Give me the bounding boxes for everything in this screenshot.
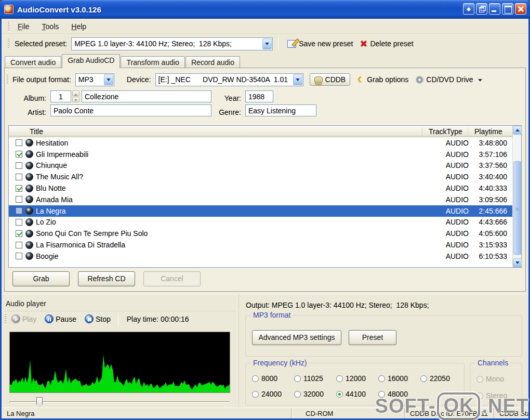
radio-icon[interactable] bbox=[378, 375, 385, 382]
slider-thumb[interactable] bbox=[36, 397, 43, 408]
tab-transform-audio[interactable]: Transform audio bbox=[121, 56, 184, 68]
toolbar-grip[interactable] bbox=[5, 314, 6, 324]
save-new-preset-button[interactable]: Save new preset bbox=[284, 37, 356, 50]
minimize-button[interactable] bbox=[489, 3, 500, 15]
toolbar-grip[interactable] bbox=[8, 38, 9, 49]
advanced-mp3-settings-button[interactable]: Advanced MP3 settings bbox=[252, 330, 341, 345]
table-row[interactable]: Blu Notte AUDIO 4:40:333 bbox=[9, 182, 512, 194]
chevron-down-icon[interactable] bbox=[262, 38, 272, 49]
preset-button[interactable]: Preset bbox=[349, 330, 396, 345]
menu-tools[interactable]: Tools bbox=[36, 20, 65, 33]
pause-label: Pause bbox=[56, 315, 76, 323]
album-number-field[interactable]: 1 bbox=[50, 90, 71, 102]
column-tracktype[interactable]: TrackType bbox=[422, 127, 468, 136]
genre-field[interactable]: Easy Listening bbox=[245, 104, 316, 116]
radio-label: Mono bbox=[486, 375, 504, 383]
frequency-radio-8000[interactable]: 8000 bbox=[252, 371, 294, 386]
scrollbar-thumb[interactable] bbox=[513, 161, 521, 255]
stop-button[interactable]: Stop bbox=[82, 313, 114, 324]
table-row[interactable]: La Fisarmonica Di Stradella AUDIO 3:15:9… bbox=[9, 239, 512, 251]
scroll-down-icon[interactable] bbox=[513, 258, 522, 267]
cd-dvd-drive-button[interactable]: CD/DVD Drive bbox=[412, 73, 485, 86]
maximize-button[interactable] bbox=[502, 3, 513, 15]
frequency-radio-12000[interactable]: 12000 bbox=[336, 371, 378, 386]
track-checkbox[interactable] bbox=[16, 230, 22, 237]
delete-preset-button[interactable]: Delete preset bbox=[356, 37, 417, 50]
year-field[interactable]: 1988 bbox=[245, 90, 273, 102]
radio-icon[interactable] bbox=[336, 391, 343, 398]
table-row[interactable]: The Music All? AUDIO 3:40:400 bbox=[9, 171, 512, 182]
radio-icon[interactable] bbox=[420, 375, 427, 382]
frequency-radio-22050[interactable]: 22050 bbox=[420, 371, 462, 386]
table-row[interactable]: Hesitation AUDIO 3:48:800 bbox=[9, 137, 512, 149]
toolbar-grip[interactable] bbox=[7, 74, 8, 85]
tab-convert-audio[interactable]: Convert audio bbox=[5, 56, 61, 68]
rollup-button[interactable] bbox=[463, 3, 474, 15]
toolbar-separator bbox=[118, 313, 118, 325]
refresh-cd-button[interactable]: Refresh CD bbox=[78, 271, 135, 286]
table-row[interactable]: La Negra AUDIO 2:45:666 bbox=[9, 205, 512, 217]
column-title[interactable]: Title bbox=[9, 127, 422, 136]
radio-icon[interactable] bbox=[252, 391, 259, 398]
column-playtime[interactable]: Playtime bbox=[468, 127, 512, 136]
tray-button[interactable] bbox=[476, 3, 487, 15]
track-checkbox[interactable] bbox=[16, 242, 22, 248]
scroll-up-icon[interactable] bbox=[513, 126, 522, 135]
frequency-radio-44100[interactable]: 44100 bbox=[336, 386, 378, 402]
table-row[interactable]: Sono Qui Con Te Sempre Piu Solo AUDIO 4:… bbox=[9, 228, 512, 239]
track-checkbox[interactable] bbox=[16, 162, 22, 169]
grab-options-button[interactable]: Grab options bbox=[354, 73, 412, 86]
table-header[interactable]: Title TrackType Playtime bbox=[9, 126, 512, 137]
track-checkbox[interactable] bbox=[16, 196, 22, 203]
tab-record-audio[interactable]: Record audio bbox=[186, 56, 240, 68]
output-format-text: Output: MPEG 1.0 layer-3: 44100 Hz; Ster… bbox=[246, 301, 429, 309]
cddb-button[interactable]: CDDB bbox=[310, 73, 351, 86]
seek-slider[interactable] bbox=[9, 397, 230, 408]
track-checkbox[interactable] bbox=[16, 207, 22, 214]
table-row[interactable]: Amada Mia AUDIO 3:09:506 bbox=[9, 194, 512, 205]
tab-grab-audiocd[interactable]: Grab AudioCD bbox=[62, 54, 120, 68]
table-row[interactable]: Boogie AUDIO 6:10:533 bbox=[9, 251, 512, 262]
track-title: Gli Impermeabili bbox=[36, 150, 428, 159]
frequency-radio-16000[interactable]: 16000 bbox=[378, 371, 420, 386]
file-output-format-combobox[interactable]: MP3 bbox=[75, 73, 114, 86]
radio-icon[interactable] bbox=[476, 376, 483, 383]
track-checkbox[interactable] bbox=[16, 185, 22, 192]
track-checkbox[interactable] bbox=[16, 139, 22, 146]
menu-help[interactable]: Help bbox=[65, 20, 92, 33]
table-row[interactable]: Chiunque AUDIO 3:37:560 bbox=[9, 160, 512, 172]
grab-button[interactable]: Grab bbox=[12, 271, 70, 286]
watermark-prefix: SOFT- bbox=[375, 395, 436, 417]
pause-button[interactable]: Pause bbox=[42, 313, 80, 324]
vertical-scrollbar[interactable] bbox=[512, 126, 521, 267]
preset-combobox[interactable]: MPEG 1.0 layer-3: 44100 Hz; Stereo; 128 … bbox=[71, 37, 273, 50]
table-row[interactable]: Gli Impermeabili AUDIO 3:57:106 bbox=[9, 149, 512, 160]
chevron-down-icon[interactable] bbox=[104, 74, 113, 85]
title-bar[interactable]: AudioConvert v3.0.126 bbox=[0, 0, 530, 19]
channels-legend: Channels bbox=[475, 359, 510, 367]
menu-file[interactable]: File bbox=[11, 20, 36, 33]
album-title-field[interactable]: Collezione bbox=[82, 90, 211, 102]
close-button[interactable] bbox=[515, 3, 526, 15]
artist-field[interactable]: Paolo Conte bbox=[50, 104, 211, 116]
track-checkbox[interactable] bbox=[16, 219, 22, 226]
device-combobox[interactable]: [E:] _NEC DVD_RW ND-3540A 1.01 bbox=[155, 73, 303, 86]
track-checkbox[interactable] bbox=[16, 174, 22, 180]
album-number-stepper[interactable] bbox=[72, 90, 80, 102]
frequency-radio-24000[interactable]: 24000 bbox=[252, 386, 294, 402]
frequency-radio-11025[interactable]: 11025 bbox=[294, 371, 336, 386]
track-playtime: 2:45:666 bbox=[469, 207, 512, 215]
frequency-radio-32000[interactable]: 32000 bbox=[294, 386, 336, 402]
toolbar-grip[interactable] bbox=[8, 21, 9, 32]
track-checkbox[interactable] bbox=[16, 151, 22, 158]
track-type: AUDIO bbox=[428, 173, 469, 181]
grab-options-icon bbox=[357, 75, 366, 84]
radio-icon[interactable] bbox=[294, 391, 301, 398]
radio-icon[interactable] bbox=[336, 375, 343, 382]
chevron-down-icon[interactable] bbox=[293, 74, 302, 85]
radio-icon[interactable] bbox=[294, 375, 301, 382]
track-checkbox[interactable] bbox=[16, 253, 22, 259]
radio-icon[interactable] bbox=[252, 375, 259, 382]
preset-label: Selected preset: bbox=[15, 40, 67, 48]
table-row[interactable]: Lo Zio AUDIO 4:43:666 bbox=[9, 217, 512, 228]
